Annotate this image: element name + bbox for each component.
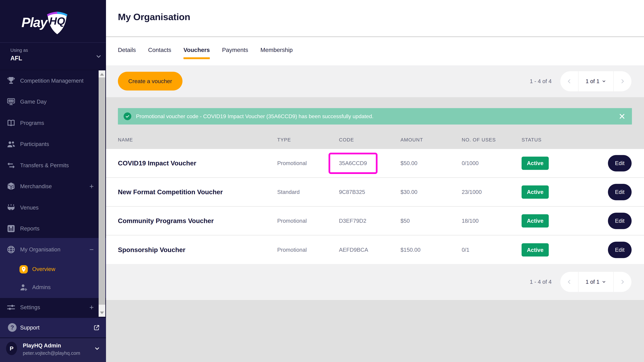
scrollbar-thumb[interactable] [98, 77, 105, 305]
edit-button[interactable]: Edit [608, 213, 632, 229]
scrollbar-up-arrow-icon[interactable] [100, 73, 104, 76]
pagination-page-label: 1 of 1 [586, 279, 600, 285]
expand-plus-icon[interactable]: + [87, 182, 96, 191]
pagination-next-button[interactable] [614, 71, 632, 91]
tab-vouchers[interactable]: Vouchers [184, 46, 210, 59]
voucher-code: AEFD9BCA [339, 247, 368, 253]
collapse-minus-icon[interactable]: − [87, 245, 96, 254]
logo-play-text: Play [22, 15, 47, 30]
voucher-name: COVID19 Impact Voucher [118, 160, 196, 167]
sidebar-item-label: My Organisation [20, 246, 60, 253]
user-account-menu[interactable]: P PlayHQ Admin peter.vojtech@playhq.com [0, 338, 106, 362]
pagination-page-dropdown[interactable]: 1 of 1 [578, 71, 614, 91]
voucher-code: D3EF79D2 [339, 218, 366, 224]
people-icon [6, 139, 16, 149]
chevron-left-icon [566, 279, 572, 285]
pagination-next-button[interactable] [614, 272, 632, 292]
location-pin-icon [19, 265, 28, 274]
sidebar-item-admins[interactable]: Admins [0, 279, 98, 296]
box-icon [6, 182, 16, 191]
sidebar-item-programs[interactable]: Programs [0, 115, 98, 131]
pagination-control: 1 of 1 [560, 272, 632, 292]
expand-plus-icon[interactable]: + [87, 303, 96, 312]
sidebar-item-support[interactable]: ? Support [0, 318, 106, 337]
user-name: PlayHQ Admin [23, 343, 61, 349]
create-voucher-button[interactable]: Create a voucher [118, 72, 182, 90]
chevron-right-icon [620, 279, 626, 285]
sidebar-item-merchandise[interactable]: Merchandise+ [0, 178, 98, 195]
column-header-amount: AMOUNT [400, 137, 423, 143]
question-circle-icon: ? [7, 322, 18, 333]
sidebar-item-transfers-permits[interactable]: Transfers & Permits [0, 157, 98, 174]
column-header-status: STATUS [522, 137, 542, 143]
logo-hq-text: HQ [49, 15, 65, 27]
edit-button[interactable]: Edit [608, 184, 632, 200]
scrollbar-down-arrow-icon[interactable] [100, 312, 104, 314]
close-icon[interactable] [618, 112, 626, 120]
sidebar-item-label: Overview [32, 266, 55, 272]
voucher-name: Community Programs Voucher [118, 217, 214, 225]
edit-button[interactable]: Edit [608, 155, 632, 171]
page-header: My Organisation [106, 0, 644, 37]
pagination-top: 1 - 4 of 4 1 of 1 [530, 71, 632, 91]
tab-payments[interactable]: Payments [222, 46, 248, 59]
sidebar-item-label: Reports [20, 225, 40, 232]
sidebar-item-overview[interactable]: Overview [0, 261, 98, 278]
status-badge: Active [522, 214, 549, 227]
stadium-icon [6, 203, 16, 212]
voucher-type: Promotional [277, 247, 307, 253]
sidebar-item-label: Admins [32, 284, 51, 291]
support-label: Support [20, 325, 40, 331]
voucher-uses: 0/1 [462, 247, 470, 253]
transfer-arrows-icon [6, 161, 16, 170]
voucher-amount: $150.00 [400, 247, 420, 253]
tab-details[interactable]: Details [118, 46, 136, 59]
sidebar-item-label: Programs [20, 120, 44, 126]
sidebar-scrollbar[interactable] [98, 70, 105, 317]
pagination-prev-button[interactable] [560, 71, 578, 91]
sidebar-item-settings[interactable]: Settings+ [0, 299, 98, 316]
tab-bar: Details Contacts Vouchers Payments Membe… [106, 37, 644, 65]
chevron-down-icon [602, 280, 606, 284]
column-header-uses: NO. OF USES [462, 137, 496, 143]
using-as-value: AFL [10, 55, 22, 62]
pagination-prev-button[interactable] [560, 272, 578, 292]
table-row: Sponsorship VoucherPromotionalAEFD9BCA$1… [106, 236, 644, 264]
table-row: Community Programs VoucherPromotionalD3E… [106, 207, 644, 236]
sidebar-item-label: Participants [20, 141, 49, 147]
sidebar-item-reports[interactable]: Reports [0, 220, 98, 237]
sidebar-item-game-day[interactable]: 0:0Game Day [0, 93, 98, 110]
voucher-uses: 23/1000 [462, 189, 482, 195]
logo-shield-icon: HQ [46, 11, 68, 35]
voucher-type: Standard [277, 189, 300, 195]
status-badge: Active [522, 185, 549, 199]
voucher-amount: $30.00 [400, 189, 418, 195]
success-banner: Promotional voucher code - COVID19 Impac… [118, 108, 632, 124]
sidebar-item-participants[interactable]: Participants [0, 136, 98, 152]
chevron-down-icon [94, 346, 100, 352]
voucher-code: 9C87B325 [339, 189, 365, 195]
pagination-bottom: 1 - 4 of 4 1 of 1 [530, 272, 632, 292]
user-email: peter.vojtech@playhq.com [23, 351, 80, 356]
playhq-logo: Play HQ [22, 7, 85, 37]
sidebar-item-competition-management[interactable]: Competition Management [0, 72, 98, 89]
pagination-range-label: 1 - 4 of 4 [530, 279, 552, 285]
sidebar-item-label: Transfers & Permits [20, 162, 69, 169]
sidebar-item-my-organisation[interactable]: My Organisation− [0, 241, 98, 258]
tab-contacts[interactable]: Contacts [148, 46, 171, 59]
voucher-type: Promotional [277, 218, 307, 224]
voucher-code: 35A6CCD9 [339, 160, 367, 166]
svg-text:0:0: 0:0 [10, 100, 12, 102]
success-check-icon [124, 112, 131, 120]
sidebar-item-venues[interactable]: Venues [0, 199, 98, 216]
status-badge: Active [522, 243, 549, 257]
status-badge: Active [522, 157, 549, 170]
tab-membership[interactable]: Membership [260, 46, 293, 59]
edit-button[interactable]: Edit [608, 242, 632, 258]
pagination-page-dropdown[interactable]: 1 of 1 [578, 272, 614, 292]
pagination-page-label: 1 of 1 [586, 78, 600, 84]
bar-chart-icon [6, 224, 16, 233]
using-as-selector[interactable]: Using as AFL [0, 42, 106, 70]
admin-person-icon [19, 283, 28, 292]
table-column-headers: NAME TYPE CODE AMOUNT NO. OF USES STATUS [106, 137, 644, 145]
